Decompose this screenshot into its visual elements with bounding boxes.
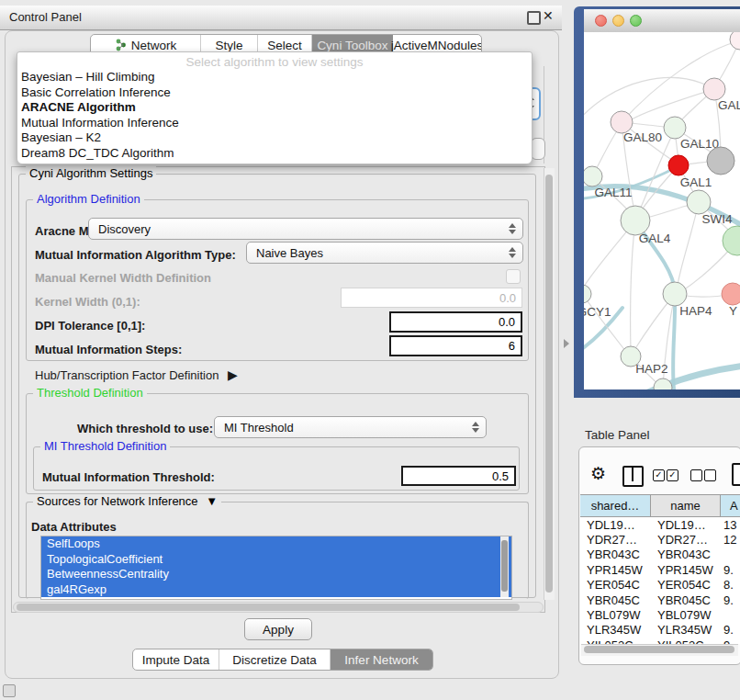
cell: YBR043C — [651, 548, 721, 561]
algorithm-option-basic-correlation[interactable]: Basic Correlation Inference — [17, 85, 532, 101]
dpi-tolerance-value: 0.0 — [499, 315, 515, 329]
close-icon[interactable]: ✕ — [543, 8, 554, 23]
network-graph[interactable]: GALGAL80GAL10GAL1GAL11SWI4GAL4GCY1HAP4YH… — [584, 32, 740, 390]
cell: 12 — [721, 533, 740, 547]
combo-arrows-icon — [509, 223, 516, 234]
algorithm-option-bayesian-k2[interactable]: Bayesian – K2 — [17, 130, 532, 146]
mi-steps-field[interactable]: 6 — [389, 335, 522, 356]
network-node[interactable] — [668, 155, 689, 175]
tab-jactivemnodules-label: jActiveMNodules — [391, 39, 482, 52]
which-threshold-select[interactable]: MI Threshold — [214, 416, 487, 438]
network-edge[interactable] — [673, 296, 675, 390]
mi-steps-value: 6 — [509, 339, 515, 353]
table-row[interactable]: YDR27…YDR27…12 — [580, 532, 740, 547]
table-body: YDL19…YDL19…13 YDR27…YDR27…12 YBR043CYBR… — [580, 517, 740, 644]
attributes-scrollbar[interactable] — [500, 536, 509, 597]
tab-impute-data[interactable]: Impute Data — [133, 649, 219, 670]
attribute-item-gal4rgexp[interactable]: gal4RGexp — [41, 582, 511, 598]
network-edge[interactable] — [677, 202, 699, 289]
disclosure-down-icon[interactable]: ▼ — [206, 494, 218, 508]
checked-checkbox-icon[interactable]: ✓ — [653, 469, 665, 481]
zoom-traffic-light-icon[interactable] — [630, 15, 642, 27]
network-canvas[interactable]: GALGAL80GAL10GAL1GAL11SWI4GAL4GCY1HAP4YH… — [584, 32, 740, 390]
table-row[interactable]: YDL19…YDL19…13 — [580, 517, 740, 532]
document-icon[interactable] — [732, 463, 740, 486]
tab-discretize-data-label: Discretize Data — [232, 653, 317, 667]
network-node[interactable] — [584, 285, 591, 303]
unchecked-checkbox-icon[interactable] — [690, 469, 702, 481]
dpi-tolerance-field[interactable]: 0.0 — [389, 311, 522, 333]
algorithm-option-dream8[interactable]: Dream8 DC_TDC Algorithm — [17, 146, 532, 162]
aracne-mode-select[interactable]: Discovery — [88, 218, 523, 240]
mi-threshold-field[interactable]: 0.5 — [401, 466, 516, 486]
tab-cyni-toolbox-label: Cyni Toolbox — [317, 39, 387, 52]
table-row[interactable]: YLR345WYLR345W9. — [580, 623, 740, 638]
network-node-label: GAL1 — [680, 175, 712, 189]
threshold-definition-title: Threshold Definition — [33, 386, 147, 400]
table-horizontal-scrollbar-thumb[interactable] — [584, 646, 734, 653]
float-window-icon[interactable] — [527, 11, 541, 25]
algorithm-option-aracne[interactable]: ARACNE Algorithm — [17, 100, 532, 116]
bottom-tabbar: Impute Data Discretize Data Infer Networ… — [132, 649, 433, 671]
cell: 9. — [721, 563, 740, 577]
algorithm-option-bayesian-hill-climbing[interactable]: Bayesian – Hill Climbing — [17, 70, 532, 85]
table-row[interactable]: YBR043CYBR043C — [580, 548, 740, 562]
apply-button[interactable]: Apply — [244, 618, 312, 640]
dock-panel-icon[interactable] — [3, 684, 16, 697]
network-node[interactable] — [664, 117, 686, 139]
network-node[interactable] — [707, 147, 734, 175]
network-node[interactable] — [584, 166, 602, 186]
network-edge[interactable] — [584, 78, 714, 119]
algorithm-option-mutual-information[interactable]: Mutual Information Inference — [17, 116, 532, 131]
minimize-traffic-light-icon[interactable] — [612, 15, 624, 27]
network-node[interactable] — [723, 226, 740, 255]
column-header-name[interactable]: name — [651, 495, 721, 516]
attribute-item-topologicalcoefficient[interactable]: TopologicalCoefficient — [41, 552, 511, 568]
settings-horizontal-scrollbar-thumb[interactable] — [17, 604, 520, 611]
unchecked-checkbox-icon[interactable] — [704, 469, 716, 481]
column-header-shared-name[interactable]: shared… — [580, 495, 651, 516]
which-threshold-label: Which threshold to use: — [77, 422, 213, 435]
network-node-label: SWI4 — [701, 212, 732, 226]
cell: YLR345W — [580, 623, 651, 637]
network-node[interactable] — [654, 378, 672, 390]
settings-vertical-scrollbar-thumb[interactable] — [545, 175, 553, 593]
tab-infer-network[interactable]: Infer Network — [331, 649, 432, 670]
network-node[interactable] — [703, 78, 725, 100]
network-node[interactable] — [663, 282, 687, 306]
attribute-item-betweennesscentrality[interactable]: BetweennessCentrality — [41, 567, 511, 582]
gear-icon[interactable]: ⚙ — [590, 463, 606, 484]
network-edge[interactable] — [632, 89, 714, 119]
attributes-scrollbar-thumb[interactable] — [501, 540, 508, 592]
panel-divider-handle[interactable] — [564, 339, 569, 348]
network-node[interactable] — [722, 283, 740, 305]
table-row[interactable]: YPR145WYPR145W9. — [580, 562, 740, 577]
network-node[interactable] — [730, 32, 740, 50]
table-row[interactable]: YER054CYER054C8. — [580, 578, 740, 593]
mi-type-select[interactable]: Naive Bayes — [246, 242, 523, 264]
column-header-clipped[interactable]: A — [721, 495, 740, 516]
attribute-item-selfloops[interactable]: SelfLoops — [41, 536, 511, 552]
network-node[interactable] — [687, 190, 711, 214]
data-attributes-list: SelfLoops TopologicalCoefficient Between… — [40, 536, 512, 600]
hub-definition-disclosure[interactable]: Hub/Transcription Factor Definition ▶ — [35, 367, 238, 382]
close-traffic-light-icon[interactable] — [595, 15, 607, 27]
network-window-titlebar — [584, 9, 740, 33]
network-node-label: HAP4 — [679, 304, 712, 318]
cell: YDR27… — [651, 533, 721, 547]
network-edge[interactable] — [631, 220, 635, 352]
network-node-label: GAL11 — [594, 186, 632, 199]
table-row[interactable]: YBR045CYBR045C9. — [580, 593, 740, 607]
textfield-corner-fragment — [531, 138, 545, 160]
columns-icon[interactable] — [622, 466, 644, 487]
table-row[interactable]: YIL052CYIL052C9 — [580, 638, 740, 644]
tab-discretize-data[interactable]: Discretize Data — [219, 649, 331, 670]
table-row[interactable]: YBL079WYBL079W — [580, 607, 740, 622]
dpi-tolerance-label: DPI Tolerance [0,1]: — [35, 319, 145, 333]
manual-kernel-checkbox[interactable] — [506, 269, 521, 284]
screen: Control Panel ✕ Network Style Select Cyn… — [0, 0, 740, 700]
checked-checkbox-icon[interactable]: ✓ — [667, 469, 678, 481]
which-threshold-value: MI Threshold — [224, 421, 294, 435]
kernel-width-field[interactable]: 0.0 — [341, 288, 522, 308]
cell: 8. — [721, 578, 740, 592]
